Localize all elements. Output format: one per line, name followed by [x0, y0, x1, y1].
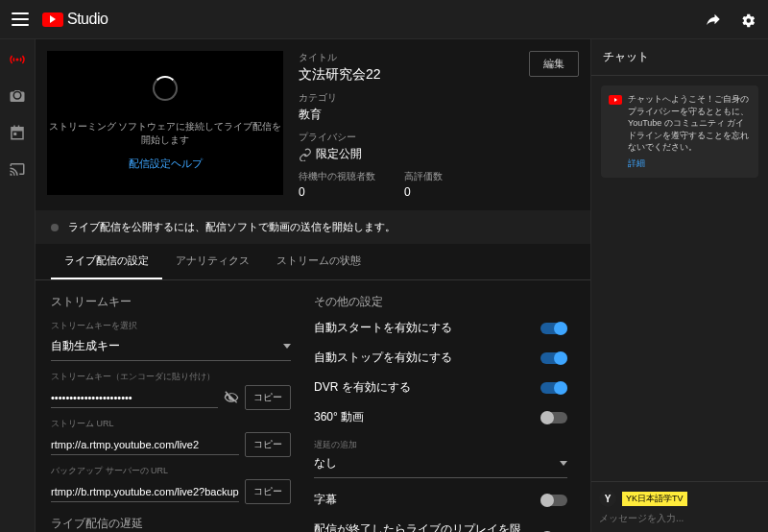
delay-select[interactable]: なし: [314, 453, 567, 478]
menu-icon[interactable]: [12, 11, 29, 28]
viewers-label: 待機中の視聴者数: [299, 170, 375, 183]
brand-text: Studio: [67, 11, 108, 28]
likes-label: 高評価数: [404, 170, 443, 183]
dvr-label: DVR を有効にする: [314, 379, 540, 396]
stream-url-input[interactable]: [51, 435, 239, 455]
stream-help-link[interactable]: 配信設定ヘルプ: [129, 157, 203, 171]
backup-field-label: バックアップ サーバーの URL: [51, 465, 291, 477]
viewers-count: 0: [299, 185, 375, 199]
copy-backup-button[interactable]: コピー: [245, 479, 291, 504]
chat-details-link[interactable]: 詳細: [628, 157, 645, 170]
stream-key-section-title: ストリームキー: [51, 294, 291, 310]
dvr-toggle[interactable]: [540, 382, 567, 394]
stream-preview: ストリーミング ソフトウェアに接続してライブ配信を開始します 配信設定ヘルプ: [47, 51, 283, 195]
youtube-studio-logo[interactable]: Studio: [42, 11, 108, 28]
tab-health[interactable]: ストリームの状態: [263, 244, 374, 279]
backup-url-input[interactable]: [51, 482, 239, 502]
video360-label: 360° 動画: [314, 409, 540, 425]
stream-privacy: 限定公開: [316, 146, 362, 162]
captions-label: 字幕: [314, 492, 540, 508]
captions-toggle[interactable]: [540, 495, 567, 506]
tab-analytics[interactable]: アナリティクス: [162, 244, 263, 279]
edit-button[interactable]: 編集: [529, 51, 579, 77]
stream-icon[interactable]: [9, 51, 26, 68]
auto-start-label: 自動スタートを有効にする: [314, 320, 540, 336]
copy-key-button[interactable]: コピー: [245, 385, 291, 410]
delay-value: なし: [314, 455, 337, 472]
stream-info: 編集 タイトル 文法研究会22 カテゴリ 教育 プライバシー 限定公開: [299, 51, 579, 199]
user-avatar: Y: [599, 490, 616, 507]
link-icon: [299, 148, 312, 161]
chat-notice-text: チャットへようこそ！ご自身のプライバシーを守るとともに、YouTube のコミュ…: [628, 94, 749, 152]
youtube-play-icon: [42, 12, 63, 27]
latency-section-title: ライブ配信の遅延: [51, 516, 291, 532]
chat-header: チャット: [591, 39, 768, 76]
auto-stop-label: 自動ストップを有効にする: [314, 350, 540, 366]
category-label: カテゴリ: [299, 91, 579, 105]
chevron-down-icon: [283, 344, 291, 349]
stream-category: 教育: [299, 107, 579, 123]
youtube-icon: [609, 95, 622, 105]
chevron-down-icon: [560, 461, 567, 466]
gear-icon[interactable]: [739, 11, 756, 28]
preview-message: ストリーミング ソフトウェアに接続してライブ配信を開始します: [47, 120, 283, 147]
auto-start-toggle[interactable]: [540, 323, 567, 334]
key-field-label: ストリームキー（エンコーダに貼り付け）: [51, 371, 291, 383]
stream-key-input[interactable]: [51, 388, 218, 408]
copy-url-button[interactable]: コピー: [245, 432, 291, 457]
notice-bar: ライブ配信を公開するには、配信ソフトで動画の送信を開始します。: [36, 210, 590, 244]
url-field-label: ストリーム URL: [51, 418, 291, 430]
loading-spinner: [153, 76, 178, 101]
tabs: ライブ配信の設定 アナリティクス ストリームの状態: [36, 244, 590, 280]
key-select-value: 自動生成キー: [51, 338, 120, 354]
chat-username: YK日本語学TV: [622, 492, 687, 506]
visibility-off-icon[interactable]: [224, 390, 239, 405]
chat-message-input[interactable]: [599, 511, 760, 525]
status-dot-icon: [51, 224, 59, 231]
replay-label: 配信が終了したらライブのリプレイを限定公開にする: [314, 521, 540, 532]
tab-settings[interactable]: ライブ配信の設定: [51, 244, 162, 279]
video360-toggle[interactable]: [540, 412, 567, 423]
other-section-title: その他の設定: [314, 294, 567, 310]
delay-label: 遅延の追加: [314, 439, 567, 451]
auto-stop-toggle[interactable]: [540, 352, 567, 364]
chat-input-area: Y YK日本語学TV: [591, 481, 768, 532]
other-settings-column: その他の設定 自動スタートを有効にする 自動ストップを有効にする DVR を有効…: [314, 294, 575, 532]
privacy-label: プライバシー: [299, 131, 579, 144]
share-icon[interactable]: [705, 11, 722, 28]
key-select-label: ストリームキーを選択: [51, 320, 291, 332]
webcam-icon[interactable]: [9, 87, 26, 105]
stream-key-column: ストリームキー ストリームキーを選択 自動生成キー ストリームキー（エンコーダに…: [51, 294, 291, 532]
cast-icon[interactable]: [9, 160, 26, 178]
sidebar: [0, 39, 36, 532]
main-content: ストリーミング ソフトウェアに接続してライブ配信を開始します 配信設定ヘルプ 編…: [36, 39, 590, 532]
app-header: Studio: [0, 0, 768, 39]
likes-count: 0: [404, 185, 443, 199]
notice-text: ライブ配信を公開するには、配信ソフトで動画の送信を開始します。: [68, 220, 396, 234]
chat-panel: チャット チャットへようこそ！ご自身のプライバシーを守るとともに、YouTube…: [590, 39, 768, 532]
chat-welcome-notice: チャットへようこそ！ご自身のプライバシーを守るとともに、YouTube のコミュ…: [601, 85, 758, 178]
key-select[interactable]: 自動生成キー: [51, 334, 291, 361]
manage-icon[interactable]: [9, 124, 26, 141]
